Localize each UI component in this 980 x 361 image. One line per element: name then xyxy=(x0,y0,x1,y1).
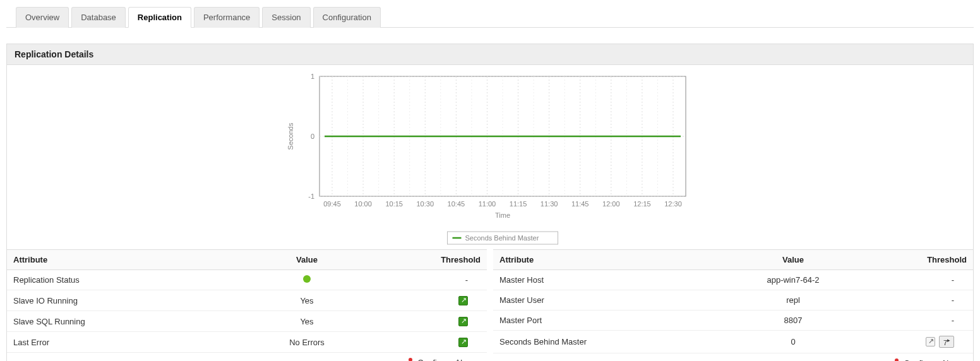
svg-text:-1: -1 xyxy=(308,192,314,200)
threshold-cell: 7▸ xyxy=(877,331,973,353)
left-table-col: Attribute Value Threshold Replication St… xyxy=(7,249,487,361)
threshold-cell: - xyxy=(877,270,973,290)
svg-text:12:15: 12:15 xyxy=(633,200,651,208)
attr-cell: Replication Status xyxy=(7,270,223,290)
tab-session[interactable]: Session xyxy=(262,7,310,28)
status-dot-icon xyxy=(303,275,311,283)
col-attribute: Attribute xyxy=(493,250,709,270)
threshold-cell: - xyxy=(391,270,487,290)
alarm-icon xyxy=(408,358,413,361)
value-cell: 0 xyxy=(709,331,877,353)
svg-text:11:15: 11:15 xyxy=(510,200,527,208)
svg-text:12:00: 12:00 xyxy=(602,200,620,208)
table-row: Master Port8807- xyxy=(493,311,973,331)
tab-database[interactable]: Database xyxy=(71,7,126,28)
threshold-ok-icon[interactable] xyxy=(458,338,468,347)
svg-text:10:45: 10:45 xyxy=(448,200,465,208)
attr-cell: Seconds Behind Master xyxy=(493,331,709,353)
right-table: Attribute Value Threshold Master Hostapp… xyxy=(493,249,973,361)
attr-cell: Master Host xyxy=(493,270,709,290)
threshold-ok-icon[interactable] xyxy=(458,296,468,305)
tab-bar: OverviewDatabaseReplicationPerformanceSe… xyxy=(6,6,974,28)
svg-text:11:30: 11:30 xyxy=(541,200,558,208)
threshold-cell xyxy=(391,332,487,353)
table-row: Slave SQL RunningYes xyxy=(7,311,487,332)
alarm-icon xyxy=(894,358,899,361)
table-row: Replication Status- xyxy=(7,270,487,290)
table-row: Last ErrorNo Errors xyxy=(7,332,487,353)
threshold-cell xyxy=(391,290,487,311)
value-cell: app-win7-64-2 xyxy=(709,270,877,290)
table-row: Master Userrepl- xyxy=(493,290,973,311)
threshold-cell: - xyxy=(877,311,973,331)
replication-panel: Replication Details -10109:4510:0010:151… xyxy=(6,44,974,361)
svg-text:10:00: 10:00 xyxy=(354,200,372,208)
value-cell: repl xyxy=(709,290,877,311)
attr-cell: Master Port xyxy=(493,311,709,331)
left-table: Attribute Value Threshold Replication St… xyxy=(7,249,487,361)
attr-cell: Slave IO Running xyxy=(7,290,223,311)
svg-text:12:30: 12:30 xyxy=(664,200,682,208)
value-cell xyxy=(223,270,391,290)
value-cell: Yes xyxy=(223,290,391,311)
right-table-col: Attribute Value Threshold Master Hostapp… xyxy=(493,249,973,361)
threshold-cell: - xyxy=(877,290,973,311)
configure-alarms-link[interactable]: Configure Alarms xyxy=(417,358,481,361)
col-value: Value xyxy=(223,250,391,270)
threshold-badge[interactable]: 7▸ xyxy=(939,336,954,348)
table-row: Seconds Behind Master07▸ xyxy=(493,331,973,353)
col-threshold: Threshold xyxy=(391,250,487,270)
svg-text:11:00: 11:00 xyxy=(479,200,496,208)
svg-text:Seconds Behind Master: Seconds Behind Master xyxy=(465,234,539,242)
svg-text:Seconds: Seconds xyxy=(287,122,294,150)
threshold-cell xyxy=(391,311,487,332)
svg-text:09:45: 09:45 xyxy=(323,200,341,208)
svg-text:0: 0 xyxy=(311,133,314,140)
threshold-edit-icon[interactable] xyxy=(926,337,935,346)
tab-configuration[interactable]: Configuration xyxy=(313,7,381,28)
attr-cell: Slave SQL Running xyxy=(7,311,223,332)
tab-replication[interactable]: Replication xyxy=(128,7,191,28)
tab-performance[interactable]: Performance xyxy=(194,7,260,28)
svg-text:11:45: 11:45 xyxy=(571,200,589,208)
configure-alarms-link[interactable]: Configure Alarms xyxy=(904,358,967,361)
svg-text:10:15: 10:15 xyxy=(385,200,403,208)
attr-cell: Last Error xyxy=(7,332,223,353)
svg-text:1: 1 xyxy=(311,73,314,80)
tab-overview[interactable]: Overview xyxy=(16,7,69,28)
chart-container: -10109:4510:0010:1510:3010:4511:0011:151… xyxy=(7,65,973,249)
col-attribute: Attribute xyxy=(7,250,223,270)
value-cell: 8807 xyxy=(709,311,877,331)
svg-text:10:30: 10:30 xyxy=(417,200,434,208)
value-cell: No Errors xyxy=(223,332,391,353)
value-cell: Yes xyxy=(223,311,391,332)
threshold-ok-icon[interactable] xyxy=(458,317,468,326)
col-threshold: Threshold xyxy=(877,250,973,270)
table-row: Slave IO RunningYes xyxy=(7,290,487,311)
table-row: Master Hostapp-win7-64-2- xyxy=(493,270,973,290)
col-value: Value xyxy=(709,250,877,270)
data-tables: Attribute Value Threshold Replication St… xyxy=(7,249,973,361)
seconds-behind-master-chart: -10109:4510:0010:1510:3010:4511:0011:151… xyxy=(282,70,698,247)
svg-text:Time: Time xyxy=(495,211,510,219)
panel-title: Replication Details xyxy=(7,44,973,65)
attr-cell: Master User xyxy=(493,290,709,311)
